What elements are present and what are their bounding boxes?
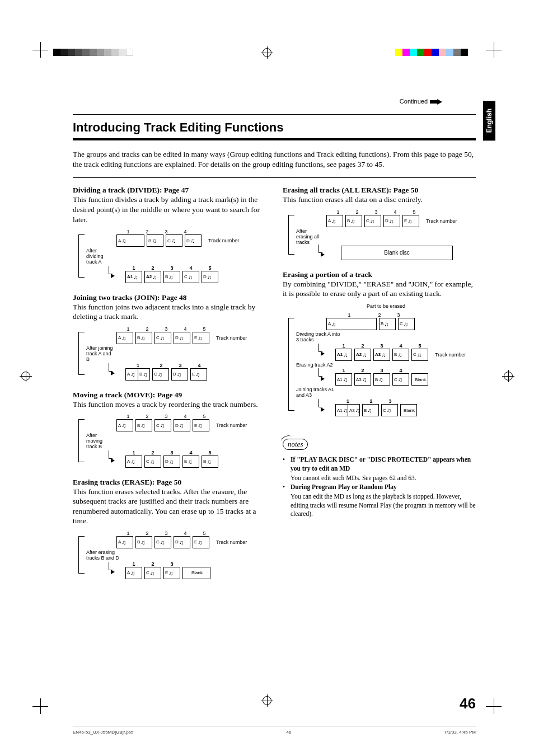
join-body: This function joins two adjacent tracks … bbox=[73, 302, 266, 322]
page-title: Introducing Track Editing Functions bbox=[73, 120, 476, 135]
section-erase: Erasing tracks (ERASE): Page 50 This fun… bbox=[73, 478, 266, 579]
note-2-title: During Program Play or Random Play bbox=[291, 483, 397, 492]
intro-text: The groups and tracks can be edited in m… bbox=[73, 149, 476, 170]
section-join: Joining two tracks (JOIN): Page 48 This … bbox=[73, 293, 266, 381]
join-title: Joining two tracks (JOIN): Page 48 bbox=[73, 293, 187, 302]
track-number-label: Track number bbox=[216, 422, 247, 428]
crop-mark bbox=[32, 42, 48, 58]
footer: EN46-53_UX-J55MD[UB]f.p65 46 7/1/03, 4:4… bbox=[73, 726, 476, 735]
notes-icon: notes bbox=[283, 439, 308, 450]
join-action-label: After joining track A and B bbox=[86, 346, 114, 363]
divide-action-label: After dividing track A bbox=[86, 248, 114, 265]
registration-mark bbox=[263, 696, 271, 705]
blank-disc-label: Blank disc bbox=[341, 246, 453, 260]
section-all-erase: Erasing all tracks (ALL ERASE): Page 50 … bbox=[283, 186, 476, 260]
erase-action-label: After erasing tracks B and D bbox=[86, 550, 125, 561]
erase-body: This function erases selected tracks. Af… bbox=[73, 487, 266, 526]
portion-step3-label: Joining tracks A1 and A3 bbox=[296, 387, 341, 398]
part-to-erase-label: Part to be erased bbox=[367, 303, 476, 309]
colorbar-color bbox=[395, 49, 468, 56]
footer-page: 46 bbox=[287, 730, 292, 735]
section-divide: Dividing a track (DIVIDE): Page 47 This … bbox=[73, 186, 266, 283]
track-number-label: Track number bbox=[216, 539, 247, 545]
registration-mark bbox=[504, 372, 513, 381]
portion-step2-label: Erasing track A2 bbox=[296, 363, 341, 368]
erase-title: Erasing tracks (ERASE): Page 50 bbox=[73, 478, 181, 486]
note-1-title: If "PLAY BACK DISC" or "DISC PROTECTED" … bbox=[291, 456, 476, 473]
track-number-label: Track number bbox=[435, 352, 466, 358]
divide-body: This function divides a track by adding … bbox=[73, 195, 266, 224]
section-erase-portion: Erasing a portion of a track By combinin… bbox=[283, 270, 476, 417]
portion-step1-label: Dividing track A into 3 tracks bbox=[296, 332, 341, 343]
page-number: 46 bbox=[460, 695, 476, 712]
crop-mark bbox=[486, 698, 502, 714]
all-erase-body: This function erases all data on a disc … bbox=[283, 195, 476, 205]
notes-block: notes •If "PLAY BACK DISC" or "DISC PROT… bbox=[283, 439, 476, 519]
language-tab: English bbox=[483, 101, 495, 140]
colorbar-greyscale bbox=[53, 49, 133, 56]
crop-mark bbox=[32, 698, 48, 714]
portion-body: By combining "DIVIDE," "ERASE" and "JOIN… bbox=[283, 279, 476, 299]
track-number-label: Track number bbox=[426, 218, 457, 224]
all-erase-title: Erasing all tracks (ALL ERASE): Page 50 bbox=[283, 186, 418, 194]
divide-title: Dividing a track (DIVIDE): Page 47 bbox=[73, 186, 189, 194]
track-number-label: Track number bbox=[216, 335, 247, 341]
section-move: Moving a track (MOVE): Page 49 This func… bbox=[73, 391, 266, 468]
continued-indicator: Continued bbox=[400, 98, 442, 105]
note-1-desc: You cannot edit such MDs. See pages 62 a… bbox=[291, 474, 476, 483]
crop-mark bbox=[486, 42, 502, 58]
registration-mark bbox=[21, 372, 30, 381]
portion-title: Erasing a portion of a track bbox=[283, 270, 372, 279]
footer-timestamp: 7/1/03, 4:45 PM bbox=[444, 730, 476, 735]
move-body: This function moves a track by reorderin… bbox=[73, 400, 266, 410]
registration-mark bbox=[263, 48, 271, 57]
footer-filename: EN46-53_UX-J55MD[UB]f.p65 bbox=[73, 730, 134, 735]
move-title: Moving a track (MOVE): Page 49 bbox=[73, 391, 182, 399]
move-action-label: After moving track B bbox=[86, 433, 114, 450]
all-erase-action-label: After erasing all tracks bbox=[296, 229, 324, 246]
note-2-desc: You can edit the MD as long as the playb… bbox=[291, 492, 476, 519]
track-number-label: Track number bbox=[208, 238, 239, 243]
